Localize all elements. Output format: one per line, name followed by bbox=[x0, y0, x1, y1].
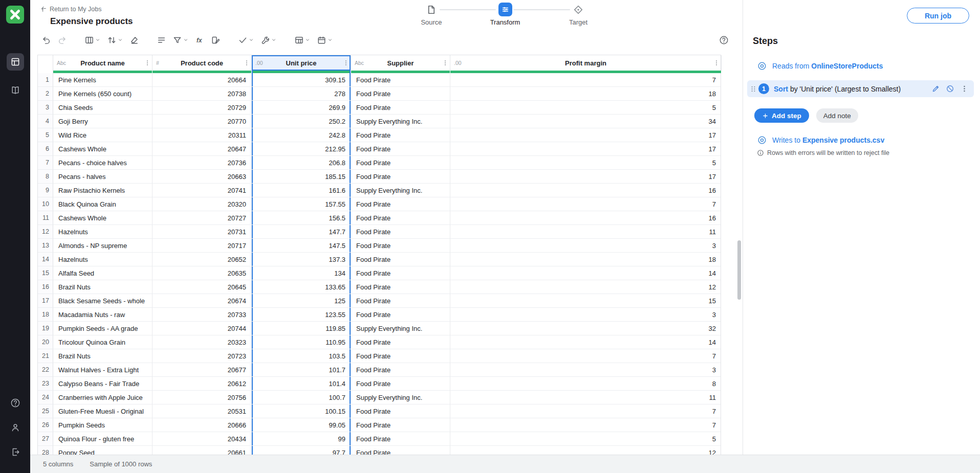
account-icon[interactable] bbox=[7, 419, 24, 436]
row-number[interactable]: 22 bbox=[38, 363, 53, 377]
table-cell[interactable]: 157.55 bbox=[252, 197, 351, 211]
table-cell[interactable]: Raw Pistachio Kernels bbox=[53, 184, 153, 197]
table-cell[interactable]: 97.7 bbox=[252, 446, 351, 455]
table-cell[interactable]: 100.7 bbox=[252, 391, 351, 404]
table-cell[interactable]: 20770 bbox=[153, 115, 252, 128]
table-cell[interactable]: 185.15 bbox=[252, 170, 351, 184]
table-cell[interactable]: 12 bbox=[450, 446, 721, 455]
row-number[interactable]: 13 bbox=[38, 239, 53, 253]
table-cell[interactable]: Gluten-Free Muesli - Original bbox=[53, 404, 153, 418]
validate-icon[interactable] bbox=[236, 33, 256, 47]
table-cell[interactable]: Walnut Halves - Extra Light bbox=[53, 363, 153, 377]
table-cell[interactable]: Chia Seeds bbox=[53, 101, 153, 115]
table-cell[interactable]: 7 bbox=[450, 73, 721, 87]
row-number[interactable]: 23 bbox=[38, 377, 53, 391]
table-cell[interactable]: Alfalfa Seed bbox=[53, 266, 153, 280]
table-cell[interactable]: Supply Everything Inc. bbox=[351, 322, 450, 335]
table-cell[interactable]: 16 bbox=[450, 184, 721, 197]
table-cell[interactable]: Brazil Nuts bbox=[53, 280, 153, 294]
row-number[interactable]: 5 bbox=[38, 128, 53, 142]
table-cell[interactable]: Food Pirate bbox=[351, 432, 450, 446]
table-cell[interactable]: 103.5 bbox=[252, 349, 351, 363]
table-cell[interactable]: 16 bbox=[450, 211, 721, 225]
table-cell[interactable]: 20661 bbox=[153, 446, 252, 455]
table-cell[interactable]: 134 bbox=[252, 266, 351, 280]
table-cell[interactable]: 20731 bbox=[153, 225, 252, 239]
edit-step-icon[interactable] bbox=[931, 84, 940, 93]
formula-icon[interactable]: fx bbox=[193, 33, 206, 47]
tools-icon[interactable] bbox=[259, 33, 278, 47]
column-menu-icon[interactable] bbox=[442, 59, 449, 66]
drag-handle-icon[interactable] bbox=[749, 85, 757, 93]
table-cell[interactable]: 20729 bbox=[153, 101, 252, 115]
table-cell[interactable]: 147.7 bbox=[252, 225, 351, 239]
table-cell[interactable]: Food Pirate bbox=[351, 128, 450, 142]
table-cell[interactable]: 125 bbox=[252, 294, 351, 308]
table-cell[interactable]: 20645 bbox=[153, 280, 252, 294]
table-cell[interactable]: Food Pirate bbox=[351, 335, 450, 349]
add-note-button[interactable]: Add note bbox=[816, 108, 858, 123]
row-number[interactable]: 25 bbox=[38, 404, 53, 418]
table-cell[interactable]: 20652 bbox=[153, 253, 252, 266]
table-cell[interactable]: 20677 bbox=[153, 363, 252, 377]
table-cell[interactable]: 17 bbox=[450, 128, 721, 142]
table-cell[interactable]: Brazil Nuts bbox=[53, 349, 153, 363]
help-icon[interactable] bbox=[7, 394, 24, 412]
row-number[interactable]: 2 bbox=[38, 87, 53, 101]
table-cell[interactable]: 20674 bbox=[153, 294, 252, 308]
table-cell[interactable]: 212.95 bbox=[252, 142, 351, 156]
table-cell[interactable]: Cashews Whole bbox=[53, 142, 153, 156]
row-number[interactable]: 4 bbox=[38, 115, 53, 128]
column-header-unit-price[interactable]: .00Unit price bbox=[252, 55, 351, 71]
redo-icon[interactable] bbox=[56, 33, 69, 47]
table-cell[interactable]: 15 bbox=[450, 294, 721, 308]
row-number[interactable]: 1 bbox=[38, 73, 53, 87]
table-cell[interactable]: 8 bbox=[450, 377, 721, 391]
column-header-product-name[interactable]: AbcProduct name bbox=[53, 55, 153, 71]
table-cell[interactable]: Food Pirate bbox=[351, 156, 450, 170]
disable-step-icon[interactable] bbox=[946, 84, 954, 93]
table-cell[interactable]: Food Pirate bbox=[351, 363, 450, 377]
filter-icon[interactable] bbox=[171, 33, 190, 47]
table-cell[interactable]: 123.55 bbox=[252, 308, 351, 322]
table-cell[interactable]: 20531 bbox=[153, 404, 252, 418]
table-cell[interactable]: 20635 bbox=[153, 266, 252, 280]
table-cell[interactable]: 269.9 bbox=[252, 101, 351, 115]
table-cell[interactable]: 3 bbox=[450, 239, 721, 253]
table-cell[interactable]: 17 bbox=[450, 142, 721, 156]
table-cell[interactable]: 20311 bbox=[153, 128, 252, 142]
row-number[interactable]: 16 bbox=[38, 280, 53, 294]
table-options-icon[interactable] bbox=[293, 33, 312, 47]
table-cell[interactable]: 5 bbox=[450, 156, 721, 170]
back-link[interactable]: Return to My Jobs bbox=[40, 5, 101, 13]
table-cell[interactable]: 18 bbox=[450, 253, 721, 266]
run-job-button[interactable]: Run job bbox=[907, 8, 969, 24]
table-cell[interactable]: 14 bbox=[450, 335, 721, 349]
table-cell[interactable]: Wild Rice bbox=[53, 128, 153, 142]
table-cell[interactable]: 156.5 bbox=[252, 211, 351, 225]
undo-icon[interactable] bbox=[40, 33, 53, 47]
table-cell[interactable]: Food Pirate bbox=[351, 308, 450, 322]
table-cell[interactable]: Cranberries with Apple Juice bbox=[53, 391, 153, 404]
table-cell[interactable]: Macadamia Nuts - raw bbox=[53, 308, 153, 322]
table-cell[interactable]: 20717 bbox=[153, 239, 252, 253]
table-cell[interactable]: 161.6 bbox=[252, 184, 351, 197]
stepper-source[interactable]: Source bbox=[403, 3, 460, 26]
table-cell[interactable]: Food Pirate bbox=[351, 377, 450, 391]
row-number[interactable]: 14 bbox=[38, 253, 53, 266]
column-menu-icon[interactable] bbox=[243, 59, 250, 66]
row-number[interactable]: 7 bbox=[38, 156, 53, 170]
table-cell[interactable]: Food Pirate bbox=[351, 253, 450, 266]
choose-columns-icon[interactable] bbox=[83, 33, 102, 47]
clean-data-icon[interactable] bbox=[128, 33, 141, 47]
table-cell[interactable]: Tricolour Quinoa Grain bbox=[53, 335, 153, 349]
table-cell[interactable]: 20320 bbox=[153, 197, 252, 211]
table-cell[interactable]: 20756 bbox=[153, 391, 252, 404]
table-cell[interactable]: Food Pirate bbox=[351, 280, 450, 294]
table-cell[interactable]: 3 bbox=[450, 308, 721, 322]
table-cell[interactable]: 12 bbox=[450, 280, 721, 294]
row-number[interactable]: 10 bbox=[38, 197, 53, 211]
table-cell[interactable]: Food Pirate bbox=[351, 266, 450, 280]
table-cell[interactable]: Food Pirate bbox=[351, 170, 450, 184]
sort-step[interactable]: 1 Sort by 'Unit price' (Largest to Small… bbox=[747, 80, 974, 97]
